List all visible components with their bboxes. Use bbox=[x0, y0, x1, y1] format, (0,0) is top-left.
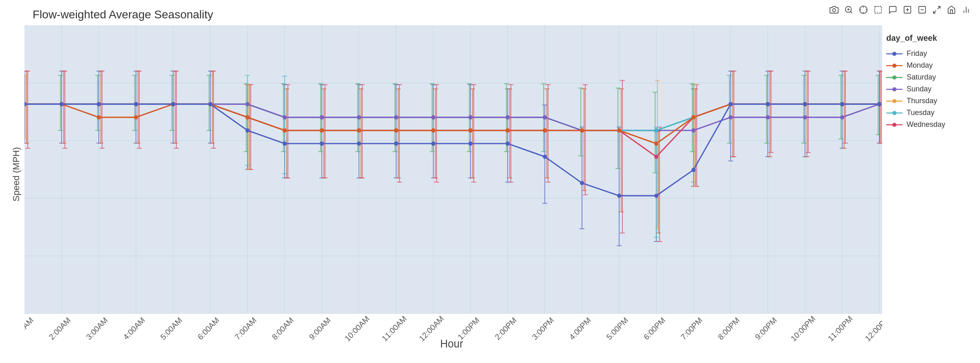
comment-icon[interactable] bbox=[887, 4, 898, 15]
legend-item-sunday: Sunday bbox=[886, 85, 968, 93]
svg-point-504 bbox=[543, 128, 547, 133]
resize-icon[interactable] bbox=[931, 4, 942, 15]
svg-line-2 bbox=[850, 11, 852, 13]
svg-point-520 bbox=[245, 128, 249, 133]
svg-rect-10 bbox=[875, 7, 882, 13]
svg-point-534 bbox=[766, 102, 770, 106]
svg-point-529 bbox=[580, 181, 584, 185]
svg-point-579 bbox=[892, 111, 896, 115]
svg-text:6:00PM: 6:00PM bbox=[642, 315, 667, 341]
chart-area: Speed (MPH) bbox=[8, 25, 972, 348]
home-icon[interactable] bbox=[946, 4, 957, 15]
svg-point-532 bbox=[691, 168, 695, 172]
svg-point-523 bbox=[357, 142, 361, 146]
svg-rect-21 bbox=[24, 25, 882, 314]
svg-point-413 bbox=[728, 115, 733, 119]
svg-point-508 bbox=[691, 115, 695, 119]
svg-point-406 bbox=[468, 115, 472, 119]
svg-point-525 bbox=[431, 142, 435, 146]
svg-point-415 bbox=[803, 115, 807, 119]
svg-point-403 bbox=[357, 115, 361, 119]
svg-point-499 bbox=[357, 128, 361, 133]
selection-icon[interactable] bbox=[872, 4, 884, 15]
barchart-icon[interactable] bbox=[960, 4, 972, 15]
svg-text:7:00AM: 7:00AM bbox=[233, 315, 258, 341]
svg-point-400 bbox=[245, 102, 249, 106]
legend-label-tuesday: Tuesday bbox=[907, 108, 934, 117]
svg-point-571 bbox=[892, 64, 896, 68]
y-axis-label: Speed (MPH) bbox=[8, 25, 24, 323]
svg-point-507 bbox=[654, 142, 658, 146]
legend-label-sunday: Sunday bbox=[907, 85, 931, 93]
svg-point-528 bbox=[543, 155, 547, 159]
svg-point-502 bbox=[468, 128, 472, 133]
svg-point-521 bbox=[283, 142, 287, 146]
svg-point-496 bbox=[245, 115, 249, 119]
chart-container: Flow-weighted Average Seasonality bbox=[0, 0, 980, 363]
svg-text:5:00PM: 5:00PM bbox=[605, 315, 630, 341]
svg-text:6:00AM: 6:00AM bbox=[196, 315, 221, 341]
svg-point-401 bbox=[283, 115, 287, 119]
svg-line-16 bbox=[938, 7, 940, 9]
svg-text:4:00AM: 4:00AM bbox=[121, 315, 147, 341]
svg-point-498 bbox=[320, 128, 324, 133]
minus-icon[interactable] bbox=[916, 4, 928, 15]
svg-point-492 bbox=[97, 115, 101, 119]
svg-point-0 bbox=[832, 9, 835, 11]
svg-point-483 bbox=[654, 155, 658, 159]
svg-text:Hour: Hour bbox=[440, 338, 464, 348]
svg-point-577 bbox=[892, 99, 896, 103]
svg-text:9:00AM: 9:00AM bbox=[307, 315, 333, 341]
svg-text:10:00AM: 10:00AM bbox=[343, 314, 371, 343]
svg-point-497 bbox=[283, 128, 287, 133]
svg-point-500 bbox=[394, 128, 398, 133]
svg-point-414 bbox=[766, 115, 770, 119]
svg-point-517 bbox=[134, 102, 138, 106]
svg-point-506 bbox=[617, 128, 621, 133]
svg-text:4:00PM: 4:00PM bbox=[567, 315, 593, 341]
svg-text:12:00PM: 12:00PM bbox=[863, 314, 882, 343]
svg-point-569 bbox=[892, 52, 896, 56]
svg-point-412 bbox=[691, 128, 695, 133]
svg-text:9:00PM: 9:00PM bbox=[753, 315, 779, 341]
svg-point-533 bbox=[728, 102, 733, 106]
svg-point-493 bbox=[134, 115, 138, 119]
svg-point-524 bbox=[394, 142, 398, 146]
svg-point-435 bbox=[654, 128, 658, 133]
legend-item-wednesday: Wednesday bbox=[886, 120, 968, 129]
svg-point-531 bbox=[654, 194, 658, 198]
svg-point-518 bbox=[171, 102, 175, 106]
svg-point-522 bbox=[320, 142, 324, 146]
legend-label-friday: Friday bbox=[907, 49, 927, 58]
zoom-icon[interactable] bbox=[843, 4, 854, 15]
svg-text:8:00AM: 8:00AM bbox=[270, 315, 296, 341]
legend-label-thursday: Thursday bbox=[907, 97, 937, 105]
svg-point-527 bbox=[505, 142, 510, 146]
chart-svg: 50 55 60 65 70 bbox=[24, 25, 882, 348]
svg-text:8:00PM: 8:00PM bbox=[716, 315, 742, 341]
svg-point-404 bbox=[394, 115, 398, 119]
legend-item-friday: Friday bbox=[886, 49, 968, 58]
svg-text:10:00PM: 10:00PM bbox=[789, 314, 817, 343]
legend-item-tuesday: Tuesday bbox=[886, 108, 968, 117]
plot-wrapper: 50 55 60 65 70 bbox=[24, 25, 882, 348]
camera-icon[interactable] bbox=[828, 4, 840, 15]
svg-text:11:00PM: 11:00PM bbox=[826, 314, 854, 343]
crosshair-icon[interactable] bbox=[858, 4, 869, 15]
svg-point-581 bbox=[892, 123, 896, 127]
svg-point-536 bbox=[840, 102, 844, 106]
svg-point-503 bbox=[505, 128, 510, 133]
svg-text:3:00AM: 3:00AM bbox=[84, 315, 110, 341]
legend: day_of_week Friday bbox=[882, 25, 972, 348]
svg-point-407 bbox=[505, 115, 510, 119]
svg-point-530 bbox=[617, 194, 621, 198]
svg-text:2:00PM: 2:00PM bbox=[493, 315, 519, 341]
legend-title: day_of_week bbox=[886, 33, 968, 43]
svg-text:3:00PM: 3:00PM bbox=[530, 315, 556, 341]
legend-item-monday: Monday bbox=[886, 61, 968, 70]
svg-point-535 bbox=[803, 102, 807, 106]
svg-text:7:00PM: 7:00PM bbox=[679, 315, 704, 341]
plus-icon[interactable] bbox=[902, 4, 913, 15]
svg-text:5:00AM: 5:00AM bbox=[159, 315, 184, 341]
plot-and-legend: 50 55 60 65 70 bbox=[24, 25, 972, 348]
